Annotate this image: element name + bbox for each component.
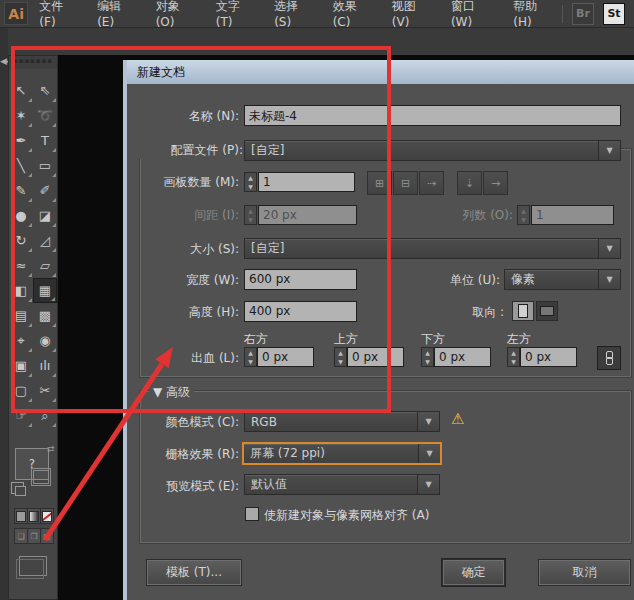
columns-input: 1 bbox=[531, 205, 614, 225]
tool-shape-builder[interactable]: ◧ bbox=[9, 278, 33, 303]
tool-flyout-corner bbox=[52, 273, 56, 277]
dropdown-arrow-icon: ▼ bbox=[417, 475, 439, 494]
tool-rotate[interactable]: ↻ bbox=[9, 228, 33, 253]
tool-magic-wand[interactable]: ✶ bbox=[9, 103, 33, 128]
tool-lasso[interactable]: ➰ bbox=[33, 103, 57, 128]
name-input[interactable]: 未标题-4 bbox=[244, 105, 621, 126]
layout-arrange-by-row[interactable]: ⇢ bbox=[419, 171, 444, 195]
orientation-landscape-button[interactable] bbox=[536, 301, 558, 321]
tool-flyout-corner bbox=[28, 323, 32, 327]
tool-flyout-corner bbox=[28, 148, 32, 152]
orientation-portrait-button[interactable] bbox=[512, 301, 534, 321]
menu-item-menu-select[interactable]: 选择(S) bbox=[263, 0, 322, 27]
layout-arrange-by-column[interactable]: ⇣ bbox=[457, 171, 482, 195]
menu-item-menu-window[interactable]: 窗口(W) bbox=[440, 0, 502, 27]
tool-column-graph[interactable]: ılı bbox=[33, 353, 57, 378]
default-fill-stroke-icon[interactable] bbox=[11, 482, 24, 494]
layout-change-layout-direction[interactable]: → bbox=[483, 171, 508, 195]
tool-zoom[interactable]: ⌕ bbox=[33, 403, 57, 428]
tool-gradient[interactable]: ▩ bbox=[33, 303, 57, 328]
link-bleed-values-button[interactable] bbox=[597, 346, 621, 370]
orientation-label: 取向 : bbox=[429, 304, 504, 321]
cancel-button[interactable]: 取消 bbox=[539, 560, 630, 585]
tool-width-tool[interactable]: ≈ bbox=[9, 253, 33, 278]
menu-item-menu-file[interactable]: 文件(F) bbox=[28, 0, 86, 27]
bleed-input[interactable]: 0 px bbox=[257, 347, 314, 367]
tool-blob-brush[interactable]: ● bbox=[9, 203, 33, 228]
draw-normal-button[interactable]: ❏ bbox=[15, 529, 28, 543]
artboards-input[interactable]: 1 bbox=[258, 172, 355, 192]
preview-mode-dropdown[interactable]: 默认值 ▼ bbox=[244, 474, 440, 495]
screen-mode-button[interactable] bbox=[19, 556, 47, 576]
bleed-stepper[interactable]: ▲▼ bbox=[244, 347, 257, 367]
menu-item-menu-help[interactable]: 帮助(H) bbox=[502, 0, 562, 27]
none-button[interactable] bbox=[41, 509, 53, 523]
tool-symbol-sprayer[interactable]: ▣ bbox=[9, 353, 33, 378]
layout-grid-by-row[interactable]: ⊞ bbox=[367, 171, 392, 195]
tool-eyedropper[interactable]: ⌖ bbox=[9, 328, 33, 353]
tool-selection[interactable]: ↖ bbox=[9, 78, 33, 103]
tool-flyout-corner bbox=[28, 423, 32, 427]
ok-button[interactable]: 确定 bbox=[443, 560, 504, 585]
gradient-button[interactable] bbox=[28, 509, 41, 523]
dialog-titlebar[interactable]: 新建文档 bbox=[127, 60, 634, 84]
menu-item-menu-effect[interactable]: 效果(C) bbox=[322, 0, 381, 27]
menu-item-menu-type[interactable]: 文字(T) bbox=[205, 0, 263, 27]
align-pixel-grid-label: 使新建对象与像素网格对齐 (A) bbox=[264, 507, 429, 524]
tool-artboard[interactable]: ▢ bbox=[9, 378, 33, 403]
tool-eraser[interactable]: ◪ bbox=[33, 203, 57, 228]
bleed-input[interactable]: 0 px bbox=[434, 347, 491, 367]
tool-hand[interactable]: ☞ bbox=[9, 403, 33, 428]
stroke-color-swatch[interactable] bbox=[31, 468, 51, 486]
menu-item-menu-object[interactable]: 对象(O) bbox=[145, 0, 205, 27]
tool-direct-selection[interactable]: ⇖ bbox=[33, 78, 57, 103]
menu-item-menu-edit[interactable]: 编辑(E) bbox=[86, 0, 145, 27]
profile-dropdown[interactable]: [自定] ▼ bbox=[244, 140, 621, 161]
tool-line-segment[interactable]: ╲ bbox=[9, 153, 33, 178]
tool-mesh[interactable]: ▤ bbox=[9, 303, 33, 328]
bleed-input[interactable]: 0 px bbox=[520, 347, 577, 367]
tool-flyout-corner bbox=[28, 98, 32, 102]
bleed-stepper[interactable]: ▲▼ bbox=[421, 347, 434, 367]
tool-scale[interactable]: ◿ bbox=[33, 228, 57, 253]
gradient-swatch-icon bbox=[29, 511, 39, 522]
height-input[interactable]: 400 px bbox=[244, 301, 357, 322]
advanced-expander[interactable]: ▼ 高级 bbox=[149, 384, 194, 401]
tool-slice[interactable]: ✂ bbox=[33, 378, 57, 403]
draw-behind-button[interactable]: ❐ bbox=[28, 529, 41, 543]
tool-blend[interactable]: ◉ bbox=[33, 328, 57, 353]
template-button[interactable]: 模板 (T)... bbox=[147, 560, 241, 585]
bleed-stepper[interactable]: ▲▼ bbox=[507, 347, 520, 367]
color-button[interactable] bbox=[15, 509, 28, 523]
menu-item-menu-view[interactable]: 视图(V) bbox=[381, 0, 440, 27]
tool-flyout-corner bbox=[28, 348, 32, 352]
draw-inside-button[interactable]: ▣ bbox=[41, 529, 53, 543]
layout-grid-by-column[interactable]: ⊟ bbox=[393, 171, 418, 195]
tool-rectangle[interactable]: ▭ bbox=[33, 153, 57, 178]
width-input[interactable]: 600 px bbox=[244, 269, 357, 290]
artboards-stepper[interactable]: ▲▼ bbox=[244, 172, 257, 192]
portrait-icon bbox=[518, 304, 528, 318]
tool-type[interactable]: T bbox=[33, 128, 57, 153]
tool-perspective-grid[interactable]: ▦ bbox=[33, 278, 57, 303]
bleed-input[interactable]: 0 px bbox=[347, 347, 404, 367]
size-dropdown[interactable]: [自定] ▼ bbox=[244, 238, 621, 259]
tool-pencil[interactable]: ✐ bbox=[33, 178, 57, 203]
tool-flyout-corner bbox=[28, 373, 32, 377]
swap-fill-stroke-icon[interactable]: ⇄ bbox=[47, 444, 55, 454]
tool-pen[interactable]: ✒ bbox=[9, 128, 33, 153]
tool-free-transform[interactable]: ▱ bbox=[33, 253, 57, 278]
align-pixel-grid-checkbox[interactable] bbox=[245, 507, 259, 521]
tool-paintbrush[interactable]: ✎ bbox=[9, 178, 33, 203]
bleed-group-bleed-bottom: 下方 ▲▼ 0 px bbox=[421, 331, 501, 369]
stock-icon[interactable]: St bbox=[603, 3, 625, 25]
panel-grip[interactable]: ▪▪▪▪▪▪▪ bbox=[9, 56, 57, 69]
color-mode-warning-icon: ⚠ bbox=[451, 412, 464, 427]
units-dropdown[interactable]: 像素 ▼ bbox=[504, 269, 621, 290]
magic-wand-icon: ✶ bbox=[16, 108, 27, 123]
bleed-stepper[interactable]: ▲▼ bbox=[334, 347, 347, 367]
tool-flyout-corner bbox=[28, 398, 32, 402]
bridge-icon[interactable]: Br bbox=[572, 3, 594, 25]
raster-effects-dropdown[interactable]: 屏幕 (72 ppi) ▼ bbox=[242, 442, 442, 465]
color-mode-dropdown[interactable]: RGB ▼ bbox=[244, 411, 440, 432]
